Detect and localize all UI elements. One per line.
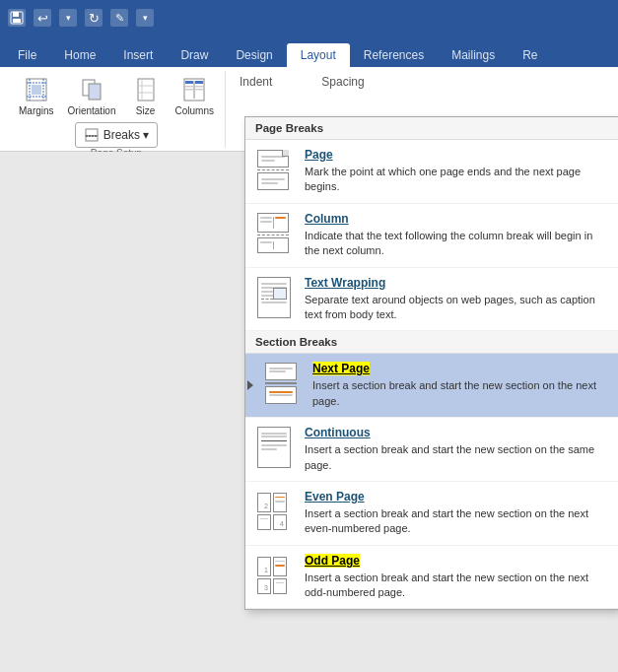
break-page-item[interactable]: Page Mark the point at which one page en…	[245, 140, 618, 204]
nextpage-break-text: Next Page Insert a section break and sta…	[312, 362, 608, 409]
break-evenpage-item[interactable]: 2 4 Even Page Insert a section break and…	[245, 482, 618, 546]
column-break-text: Column Indicate that the text following …	[305, 212, 608, 259]
oddpage-break-text: Odd Page Insert a section break and star…	[305, 554, 608, 601]
size-button[interactable]: Size	[125, 71, 167, 120]
nextpage-break-desc: Insert a section break and start the new…	[312, 378, 608, 409]
evenpage-break-text: Even Page Insert a section break and sta…	[305, 490, 608, 537]
columns-label: Columns	[175, 105, 214, 117]
svg-rect-17	[185, 81, 193, 84]
tab-references[interactable]: References	[350, 43, 438, 67]
page-break-text: Page Mark the point at which one page en…	[305, 148, 608, 195]
tab-home[interactable]: Home	[50, 43, 109, 67]
continuous-break-icon	[255, 426, 293, 469]
orientation-icon	[76, 74, 107, 105]
column-break-title: Column	[305, 212, 608, 226]
svg-rect-19	[185, 86, 193, 88]
evenpage-break-desc: Insert a section break and start the new…	[305, 506, 608, 537]
svg-rect-18	[195, 81, 203, 84]
svg-rect-21	[195, 86, 203, 88]
undo-dropdown[interactable]: ▾	[59, 9, 77, 27]
extra-button[interactable]: ✎	[110, 9, 128, 27]
column-break-icon	[255, 212, 293, 255]
tab-file[interactable]: File	[4, 43, 50, 67]
oddpage-break-desc: Insert a section break and start the new…	[305, 571, 608, 601]
svg-rect-11	[138, 79, 154, 101]
break-nextpage-item[interactable]: Next Page Insert a section break and sta…	[245, 354, 618, 418]
margins-label: Margins	[19, 105, 54, 117]
page-setup-group: Margins Orientation	[8, 71, 226, 148]
tab-design[interactable]: Design	[222, 43, 286, 67]
indent-spacing-group: Indent Spacing	[230, 71, 375, 93]
page-setup-buttons: Margins Orientation	[14, 71, 219, 120]
evenpage-break-title: Even Page	[305, 490, 608, 504]
break-textwrap-item[interactable]: Text Wrapping Separate text around objec…	[245, 268, 618, 332]
continuous-break-text: Continuous Insert a section break and st…	[305, 426, 608, 473]
columns-button[interactable]: Columns	[171, 71, 219, 120]
textwrap-break-title: Text Wrapping	[305, 276, 608, 290]
group-headers: Indent Spacing	[240, 75, 365, 89]
extra-dropdown[interactable]: ▾	[136, 9, 154, 27]
tab-mailings[interactable]: Mailings	[438, 43, 509, 67]
size-icon	[130, 74, 162, 105]
redo-button[interactable]: ↻	[85, 9, 103, 27]
tab-re[interactable]: Re	[509, 43, 551, 67]
break-oddpage-item[interactable]: 1 3 Odd Page Insert a section break	[245, 546, 618, 610]
breaks-dropdown: Page Breaks	[244, 116, 618, 610]
svg-rect-2	[13, 19, 21, 23]
margins-button[interactable]: Margins	[14, 71, 59, 120]
tab-layout[interactable]: Layout	[287, 43, 350, 67]
ribbon-tabs: File Home Insert Draw Design Layout Refe…	[0, 35, 618, 67]
textwrap-break-text: Text Wrapping Separate text around objec…	[305, 276, 608, 323]
size-label: Size	[136, 105, 155, 117]
tab-draw[interactable]: Draw	[167, 43, 222, 67]
tab-insert[interactable]: Insert	[109, 43, 167, 67]
svg-rect-20	[185, 89, 193, 91]
textwrap-break-icon	[255, 276, 293, 319]
continuous-break-desc: Insert a section break and start the new…	[305, 442, 608, 473]
evenpage-break-icon: 2 4	[255, 490, 293, 533]
nextpage-break-title: Next Page	[312, 362, 608, 375]
save-icon[interactable]	[8, 9, 26, 27]
nextpage-break-icon	[263, 362, 301, 405]
page-break-desc: Mark the point at which one page ends an…	[305, 165, 608, 195]
breaks-icon	[84, 127, 100, 143]
title-bar: ↩ ▾ ↻ ✎ ▾	[0, 0, 618, 35]
orientation-button[interactable]: Orientation	[63, 71, 121, 120]
section-breaks-header: Section Breaks	[245, 331, 618, 354]
column-break-desc: Indicate that the text following the col…	[305, 229, 608, 259]
break-continuous-item[interactable]: Continuous Insert a section break and st…	[245, 418, 618, 482]
page-break-icon	[255, 148, 293, 191]
undo-button[interactable]: ↩	[34, 9, 51, 27]
oddpage-break-title: Odd Page	[305, 554, 608, 568]
margins-icon	[21, 74, 52, 105]
columns-icon	[178, 74, 210, 105]
page-break-title: Page	[305, 148, 608, 162]
selected-arrow	[247, 380, 253, 390]
svg-rect-8	[32, 85, 41, 95]
svg-rect-23	[86, 129, 98, 136]
breaks-button[interactable]: Breaks ▾	[75, 122, 159, 148]
svg-rect-1	[13, 12, 19, 17]
svg-rect-22	[195, 89, 203, 91]
orientation-label: Orientation	[68, 105, 116, 117]
svg-rect-10	[89, 84, 101, 100]
textwrap-break-desc: Separate text around objects on web page…	[305, 293, 608, 323]
oddpage-break-icon: 1 3	[255, 554, 293, 597]
page-breaks-header: Page Breaks	[245, 117, 618, 140]
break-column-item[interactable]: Column Indicate that the text following …	[245, 204, 618, 268]
continuous-break-title: Continuous	[305, 426, 608, 439]
